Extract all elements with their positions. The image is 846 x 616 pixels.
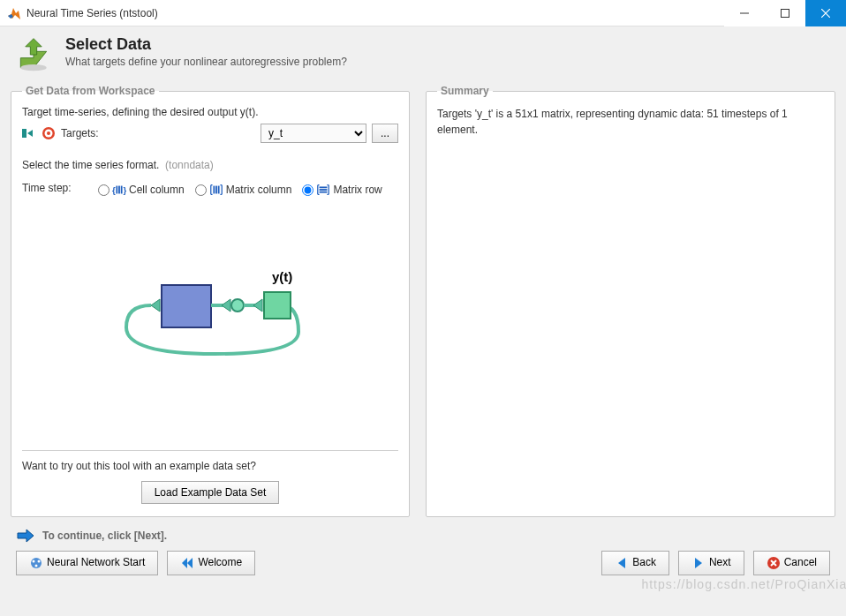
radio-matrix-row[interactable]: Matrix row (302, 184, 381, 196)
svg-rect-17 (162, 285, 211, 327)
svg-rect-22 (264, 292, 291, 319)
svg-point-5 (47, 131, 50, 135)
next-icon (691, 556, 706, 570)
svg-rect-9 (121, 186, 123, 194)
cancel-icon (767, 556, 781, 570)
content: Select Data What targets define your non… (0, 26, 846, 584)
svg-rect-15 (320, 189, 328, 191)
page-title: Select Data (65, 35, 347, 54)
select-data-icon (14, 35, 53, 74)
network-diagram: y(t) (22, 203, 398, 434)
targets-description: Target time-series, defining the desired… (22, 106, 398, 118)
targets-label: Targets: (61, 127, 99, 139)
close-button[interactable] (805, 0, 846, 26)
svg-text:{: { (112, 185, 116, 195)
brain-icon (29, 556, 43, 570)
browse-button[interactable]: ... (372, 124, 398, 143)
diagram-output-label: y(t) (272, 269, 292, 284)
matlab-icon (7, 6, 21, 20)
maximize-button[interactable] (765, 0, 805, 26)
svg-rect-12 (215, 186, 217, 194)
format-text: Select the time series format. (22, 159, 159, 171)
svg-rect-11 (213, 186, 215, 194)
load-example-button[interactable]: Load Example Data Set (141, 481, 280, 504)
target-icon (42, 126, 56, 140)
radio-matrix-row-input[interactable] (302, 184, 313, 196)
get-data-legend: Get Data from Workspace (22, 85, 159, 97)
svg-rect-16 (320, 192, 328, 193)
svg-rect-14 (320, 186, 328, 188)
svg-rect-8 (118, 186, 120, 194)
radio-matrix-column[interactable]: Matrix column (195, 184, 292, 196)
arrow-right-icon (16, 528, 35, 544)
matrix-row-icon (316, 184, 330, 196)
window-title: Neural Time Series (ntstool) (26, 7, 724, 19)
back-button[interactable]: Back (601, 551, 669, 575)
input-icon (22, 126, 36, 140)
next-button[interactable]: Next (678, 551, 744, 575)
cell-column-icon: {} (112, 184, 126, 196)
svg-rect-7 (116, 186, 117, 194)
radio-cell-column[interactable]: {} Cell column (98, 184, 185, 196)
neural-network-start-button[interactable]: Neural Network Start (16, 551, 158, 575)
summary-legend: Summary (437, 85, 493, 97)
radio-cell-column-input[interactable] (98, 184, 110, 196)
back-icon (615, 556, 629, 570)
matrix-column-icon (209, 184, 223, 196)
svg-point-26 (35, 565, 38, 567)
svg-rect-13 (217, 186, 219, 194)
svg-rect-0 (782, 9, 789, 17)
cancel-button[interactable]: Cancel (753, 551, 830, 575)
svg-text:}: } (123, 185, 126, 195)
rewind-icon (180, 556, 194, 570)
summary-text: Targets 'y_t' is a 51x1 matrix, represen… (437, 106, 824, 138)
example-text: Want to try out this tool with an exampl… (22, 460, 398, 472)
svg-point-25 (38, 560, 41, 563)
svg-point-24 (33, 560, 35, 563)
titlebar: Neural Time Series (ntstool) (0, 0, 846, 26)
footer-hint: To continue, click [Next]. (11, 517, 835, 551)
svg-point-20 (231, 299, 244, 312)
welcome-button[interactable]: Welcome (167, 551, 255, 575)
watermark: https://blog.csdn.net/ProQianXiao (641, 577, 846, 591)
page-subtitle: What targets define your nonlinear autor… (65, 56, 347, 68)
minimize-button[interactable] (724, 0, 765, 26)
get-data-panel: Get Data from Workspace Target time-seri… (11, 85, 410, 517)
tonndata-link[interactable]: (tonndata) (165, 159, 214, 171)
radio-matrix-column-input[interactable] (195, 184, 207, 196)
footer-hint-text: To continue, click [Next]. (42, 530, 167, 542)
svg-point-1 (20, 64, 46, 71)
summary-panel: Summary Targets 'y_t' is a 51x1 matrix, … (426, 85, 835, 517)
targets-select[interactable]: y_t (261, 124, 366, 143)
timestep-label: Time step: (22, 182, 93, 194)
page-header: Select Data What targets define your non… (11, 26, 835, 78)
svg-rect-2 (22, 129, 26, 138)
